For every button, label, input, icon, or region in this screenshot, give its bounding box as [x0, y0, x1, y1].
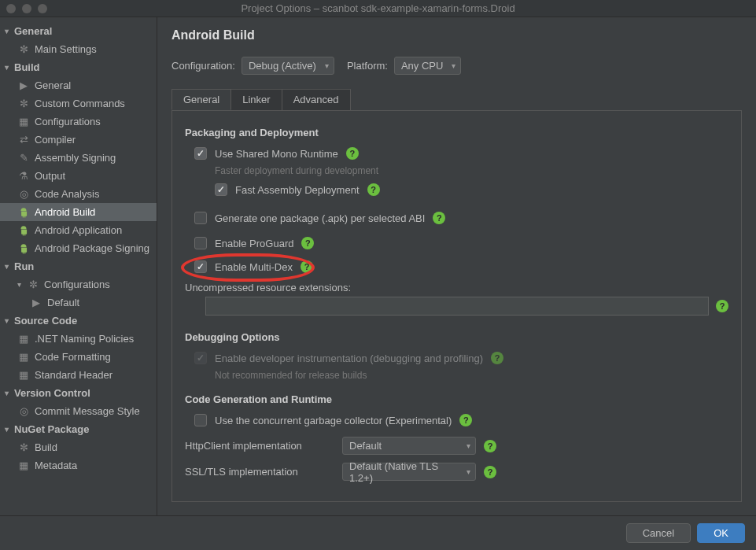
- sidebar: ▾ General ✼ Main Settings ▾ Build ▶ Gene…: [0, 17, 157, 515]
- grid-icon: ▦: [17, 460, 30, 472]
- cancel-button[interactable]: Cancel: [626, 523, 691, 543]
- tab-linker[interactable]: Linker: [230, 89, 282, 110]
- platform-label: Platform:: [347, 60, 388, 72]
- sidebar-item-nuget-metadata[interactable]: ▦ Metadata: [0, 456, 157, 474]
- httpclient-dropdown[interactable]: Default: [342, 437, 476, 455]
- sidebar-section-nuget[interactable]: ▾ NuGet Package: [0, 420, 157, 438]
- android-icon: [17, 206, 30, 219]
- ssltls-dropdown[interactable]: Default (Native TLS 1.2+): [342, 463, 476, 481]
- sidebar-item-android-package-signing[interactable]: Android Package Signing: [0, 239, 157, 257]
- platform-dropdown[interactable]: Any CPU: [394, 57, 461, 75]
- grid-icon: ▦: [17, 333, 30, 345]
- sidebar-item-compiler[interactable]: ⇄ Compiler: [0, 131, 157, 149]
- sidebar-item-run-configurations[interactable]: ▾ ✼ Configurations: [0, 275, 157, 293]
- sidebar-item-code-formatting[interactable]: ▦ Code Formatting: [0, 348, 157, 366]
- tab-general[interactable]: General: [171, 89, 231, 110]
- android-icon: [17, 242, 30, 255]
- multidex-row: Enable Multi-Dex ?: [194, 258, 728, 275]
- sidebar-item-commit-message-style[interactable]: ◎ Commit Message Style: [0, 402, 157, 420]
- gear-icon: ✼: [27, 279, 39, 291]
- shared-mono-subtext: Faster deployment during development: [215, 165, 728, 176]
- sidebar-item-android-build[interactable]: Android Build: [0, 203, 157, 221]
- sidebar-item-label: Main Settings: [35, 43, 97, 55]
- ok-button[interactable]: OK: [697, 523, 745, 543]
- codegen-heading: Code Generation and Runtime: [185, 393, 728, 405]
- sidebar-item-android-application[interactable]: Android Application: [0, 221, 157, 239]
- sidebar-section-label: General: [14, 25, 52, 37]
- configuration-dropdown[interactable]: Debug (Active): [242, 57, 334, 75]
- sidebar-item-default[interactable]: ▶ Default: [0, 293, 157, 312]
- sidebar-item-custom-commands[interactable]: ✼ Custom Commands: [0, 94, 157, 113]
- help-icon[interactable]: ?: [367, 183, 380, 196]
- chevron-down-icon: ▾: [5, 27, 14, 35]
- sidebar-item-configurations[interactable]: ▦ Configurations: [0, 113, 157, 131]
- sidebar-section-build[interactable]: ▾ Build: [0, 58, 157, 76]
- sidebar-section-run[interactable]: ▾ Run: [0, 257, 157, 275]
- fast-assembly-row: Fast Assembly Deployment ?: [215, 181, 728, 198]
- packaging-heading: Packaging and Deployment: [185, 127, 728, 138]
- checkbox-label: Use the concurrent garbage collector (Ex…: [215, 415, 452, 426]
- sidebar-item-label: Output: [35, 170, 65, 182]
- configs-icon: ▦: [17, 116, 30, 128]
- window-title: Project Options – scanbot sdk-example-xa…: [0, 2, 756, 14]
- help-icon[interactable]: ?: [484, 440, 496, 452]
- gear-icon: ✼: [17, 43, 30, 56]
- help-icon[interactable]: ?: [491, 352, 503, 364]
- main-area: ▾ General ✼ Main Settings ▾ Build ▶ Gene…: [0, 17, 756, 515]
- sidebar-section-label: Run: [14, 260, 34, 272]
- checkbox-label: Enable Multi-Dex: [215, 261, 293, 273]
- titlebar: Project Options – scanbot sdk-example-xa…: [0, 0, 756, 17]
- dev-instr-checkbox: [194, 352, 207, 364]
- page-title: Android Build: [171, 28, 742, 42]
- sidebar-item-naming-policies[interactable]: ▦ .NET Naming Policies: [0, 330, 157, 348]
- sidebar-section-version-control[interactable]: ▾ Version Control: [0, 384, 157, 402]
- help-icon[interactable]: ?: [301, 260, 313, 273]
- dropdown-value: Default (Native TLS 1.2+): [349, 460, 458, 484]
- multidex-checkbox[interactable]: [194, 260, 207, 273]
- target-icon: ◎: [17, 405, 30, 418]
- sidebar-item-label: Configurations: [44, 279, 110, 290]
- tab-advanced[interactable]: Advanced: [282, 89, 351, 110]
- sidebar-section-source-code[interactable]: ▾ Source Code: [0, 312, 157, 330]
- sidebar-section-general[interactable]: ▾ General: [0, 22, 157, 40]
- help-icon[interactable]: ?: [484, 466, 496, 478]
- sidebar-item-nuget-build[interactable]: ✼ Build: [0, 438, 157, 456]
- tabs-panel: Packaging and Deployment Use Shared Mono…: [171, 110, 742, 502]
- help-icon[interactable]: ?: [433, 212, 445, 224]
- help-icon[interactable]: ?: [459, 414, 472, 426]
- target-icon: ◎: [17, 188, 30, 201]
- help-icon[interactable]: ?: [301, 237, 314, 249]
- compiler-icon: ⇄: [17, 134, 30, 146]
- concurrent-gc-row: Use the concurrent garbage collector (Ex…: [194, 412, 728, 429]
- dev-instr-subtext: Not recommended for release builds: [215, 370, 728, 381]
- sidebar-item-general[interactable]: ▶ General: [0, 76, 157, 94]
- config-row: Configuration: Debug (Active) Platform: …: [171, 57, 742, 75]
- sidebar-item-assembly-signing[interactable]: ✎ Assembly Signing: [0, 149, 157, 167]
- sidebar-item-label: Code Analysis: [35, 188, 99, 200]
- sidebar-item-label: Android Build: [35, 206, 95, 218]
- uncompressed-input[interactable]: [205, 297, 709, 316]
- fast-assembly-checkbox[interactable]: [215, 183, 227, 196]
- help-icon[interactable]: ?: [716, 300, 728, 312]
- shared-mono-row: Use Shared Mono Runtime ?: [194, 145, 728, 162]
- sidebar-item-standard-header[interactable]: ▦ Standard Header: [0, 366, 157, 384]
- panel-body: Packaging and Deployment Use Shared Mono…: [172, 111, 741, 501]
- sidebar-item-label: .NET Naming Policies: [35, 333, 134, 345]
- sidebar-item-main-settings[interactable]: ✼ Main Settings: [0, 40, 157, 58]
- shared-mono-checkbox[interactable]: [194, 147, 207, 160]
- proguard-checkbox[interactable]: [194, 237, 207, 249]
- help-icon[interactable]: ?: [346, 147, 359, 160]
- concurrent-gc-checkbox[interactable]: [194, 414, 207, 426]
- key-icon: ✎: [17, 152, 30, 164]
- dev-instr-row: Enable developer instrumentation (debugg…: [194, 349, 728, 367]
- sidebar-section-label: Build: [14, 61, 40, 73]
- sidebar-item-label: Assembly Signing: [35, 152, 116, 164]
- generate-apk-checkbox[interactable]: [194, 212, 207, 224]
- sidebar-item-output[interactable]: ⚗ Output: [0, 167, 157, 185]
- sidebar-item-label: Custom Commands: [35, 98, 125, 109]
- sidebar-item-code-analysis[interactable]: ◎ Code Analysis: [0, 185, 157, 203]
- dropdown-value: Any CPU: [401, 60, 443, 72]
- flask-icon: ⚗: [17, 170, 30, 183]
- tab-strip: General Linker Advanced: [171, 88, 742, 109]
- generate-apk-row: Generate one package (.apk) per selected…: [194, 209, 728, 227]
